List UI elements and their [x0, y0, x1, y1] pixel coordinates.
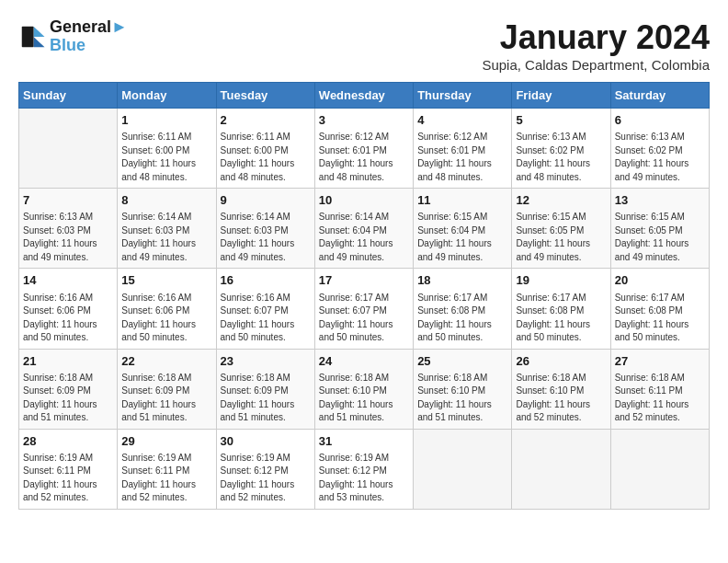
day-number: 18	[417, 272, 507, 289]
title-area: January 2024 Supia, Caldas Department, C…	[482, 18, 710, 73]
calendar-cell: 21Sunrise: 6:18 AM Sunset: 6:09 PM Dayli…	[19, 349, 118, 429]
calendar-week-4: 21Sunrise: 6:18 AM Sunset: 6:09 PM Dayli…	[19, 349, 710, 429]
calendar-week-5: 28Sunrise: 6:19 AM Sunset: 6:11 PM Dayli…	[19, 429, 710, 509]
day-info: Sunrise: 6:18 AM Sunset: 6:09 PM Dayligh…	[221, 372, 311, 425]
day-number: 8	[121, 192, 211, 209]
day-info: Sunrise: 6:12 AM Sunset: 6:01 PM Dayligh…	[417, 131, 507, 184]
calendar-cell	[19, 109, 118, 189]
header: General► Blue January 2024 Supia, Caldas…	[18, 18, 710, 73]
calendar-cell: 23Sunrise: 6:18 AM Sunset: 6:09 PM Dayli…	[216, 349, 314, 429]
day-number: 9	[221, 192, 311, 209]
calendar-cell: 28Sunrise: 6:19 AM Sunset: 6:11 PM Dayli…	[19, 429, 118, 509]
calendar-cell: 19Sunrise: 6:17 AM Sunset: 6:08 PM Dayli…	[512, 269, 610, 349]
calendar-week-2: 7Sunrise: 6:13 AM Sunset: 6:03 PM Daylig…	[19, 189, 710, 269]
day-number: 28	[23, 433, 113, 450]
day-info: Sunrise: 6:16 AM Sunset: 6:07 PM Dayligh…	[221, 292, 311, 345]
day-number: 11	[417, 192, 507, 209]
day-info: Sunrise: 6:18 AM Sunset: 6:11 PM Dayligh…	[615, 372, 705, 425]
day-info: Sunrise: 6:14 AM Sunset: 6:03 PM Dayligh…	[221, 211, 311, 264]
calendar-cell: 8Sunrise: 6:14 AM Sunset: 6:03 PM Daylig…	[118, 189, 216, 269]
calendar-cell: 10Sunrise: 6:14 AM Sunset: 6:04 PM Dayli…	[314, 189, 413, 269]
day-number: 19	[516, 272, 606, 289]
day-info: Sunrise: 6:18 AM Sunset: 6:09 PM Dayligh…	[23, 372, 113, 425]
day-number: 7	[23, 192, 113, 209]
day-number: 30	[221, 433, 311, 450]
day-header-wednesday: Wednesday	[314, 83, 413, 109]
calendar-cell: 2Sunrise: 6:11 AM Sunset: 6:00 PM Daylig…	[216, 109, 314, 189]
day-info: Sunrise: 6:16 AM Sunset: 6:06 PM Dayligh…	[121, 292, 211, 345]
day-info: Sunrise: 6:18 AM Sunset: 6:10 PM Dayligh…	[516, 372, 606, 425]
day-info: Sunrise: 6:17 AM Sunset: 6:08 PM Dayligh…	[615, 292, 705, 345]
logo-icon	[18, 23, 46, 51]
day-info: Sunrise: 6:19 AM Sunset: 6:12 PM Dayligh…	[319, 452, 409, 505]
day-number: 5	[516, 112, 606, 129]
calendar-header-row: SundayMondayTuesdayWednesdayThursdayFrid…	[19, 83, 710, 109]
day-number: 17	[319, 272, 409, 289]
day-number: 27	[615, 353, 705, 370]
calendar-table: SundayMondayTuesdayWednesdayThursdayFrid…	[18, 82, 710, 510]
calendar-cell: 7Sunrise: 6:13 AM Sunset: 6:03 PM Daylig…	[19, 189, 118, 269]
day-info: Sunrise: 6:18 AM Sunset: 6:10 PM Dayligh…	[319, 372, 409, 425]
calendar-cell: 18Sunrise: 6:17 AM Sunset: 6:08 PM Dayli…	[414, 269, 512, 349]
day-header-saturday: Saturday	[610, 83, 709, 109]
day-info: Sunrise: 6:12 AM Sunset: 6:01 PM Dayligh…	[319, 131, 409, 184]
day-header-tuesday: Tuesday	[216, 83, 314, 109]
day-number: 20	[615, 272, 705, 289]
calendar-week-1: 1Sunrise: 6:11 AM Sunset: 6:00 PM Daylig…	[19, 109, 710, 189]
calendar-cell: 22Sunrise: 6:18 AM Sunset: 6:09 PM Dayli…	[118, 349, 216, 429]
calendar-cell: 3Sunrise: 6:12 AM Sunset: 6:01 PM Daylig…	[314, 109, 413, 189]
day-number: 16	[221, 272, 311, 289]
calendar-body: 1Sunrise: 6:11 AM Sunset: 6:00 PM Daylig…	[19, 109, 710, 510]
calendar-cell: 30Sunrise: 6:19 AM Sunset: 6:12 PM Dayli…	[216, 429, 314, 509]
subtitle: Supia, Caldas Department, Colombia	[482, 57, 710, 73]
day-number: 21	[23, 353, 113, 370]
day-number: 12	[516, 192, 606, 209]
calendar-cell	[610, 429, 709, 509]
day-header-friday: Friday	[512, 83, 610, 109]
day-info: Sunrise: 6:11 AM Sunset: 6:00 PM Dayligh…	[121, 131, 211, 184]
day-info: Sunrise: 6:18 AM Sunset: 6:09 PM Dayligh…	[121, 372, 211, 425]
calendar-cell: 20Sunrise: 6:17 AM Sunset: 6:08 PM Dayli…	[610, 269, 709, 349]
svg-marker-1	[34, 37, 45, 47]
day-info: Sunrise: 6:13 AM Sunset: 6:03 PM Dayligh…	[23, 211, 113, 264]
calendar-cell: 16Sunrise: 6:16 AM Sunset: 6:07 PM Dayli…	[216, 269, 314, 349]
calendar-cell: 14Sunrise: 6:16 AM Sunset: 6:06 PM Dayli…	[19, 269, 118, 349]
day-number: 26	[516, 353, 606, 370]
calendar-cell: 15Sunrise: 6:16 AM Sunset: 6:06 PM Dayli…	[118, 269, 216, 349]
day-info: Sunrise: 6:17 AM Sunset: 6:08 PM Dayligh…	[516, 292, 606, 345]
day-info: Sunrise: 6:13 AM Sunset: 6:02 PM Dayligh…	[615, 131, 705, 184]
calendar-cell: 26Sunrise: 6:18 AM Sunset: 6:10 PM Dayli…	[512, 349, 610, 429]
day-info: Sunrise: 6:15 AM Sunset: 6:05 PM Dayligh…	[516, 211, 606, 264]
day-info: Sunrise: 6:15 AM Sunset: 6:04 PM Dayligh…	[417, 211, 507, 264]
calendar-cell: 11Sunrise: 6:15 AM Sunset: 6:04 PM Dayli…	[414, 189, 512, 269]
day-info: Sunrise: 6:18 AM Sunset: 6:10 PM Dayligh…	[417, 372, 507, 425]
calendar-cell	[414, 429, 512, 509]
day-number: 25	[417, 353, 507, 370]
day-info: Sunrise: 6:15 AM Sunset: 6:05 PM Dayligh…	[615, 211, 705, 264]
day-info: Sunrise: 6:17 AM Sunset: 6:07 PM Dayligh…	[319, 292, 409, 345]
calendar-cell: 4Sunrise: 6:12 AM Sunset: 6:01 PM Daylig…	[414, 109, 512, 189]
day-number: 14	[23, 272, 113, 289]
svg-marker-0	[34, 27, 45, 37]
day-number: 29	[121, 433, 211, 450]
calendar-cell: 13Sunrise: 6:15 AM Sunset: 6:05 PM Dayli…	[610, 189, 709, 269]
day-info: Sunrise: 6:14 AM Sunset: 6:04 PM Dayligh…	[319, 211, 409, 264]
day-info: Sunrise: 6:17 AM Sunset: 6:08 PM Dayligh…	[417, 292, 507, 345]
day-number: 24	[319, 353, 409, 370]
day-info: Sunrise: 6:11 AM Sunset: 6:00 PM Dayligh…	[221, 131, 311, 184]
day-header-thursday: Thursday	[414, 83, 512, 109]
day-number: 31	[319, 433, 409, 450]
day-info: Sunrise: 6:13 AM Sunset: 6:02 PM Dayligh…	[516, 131, 606, 184]
day-info: Sunrise: 6:19 AM Sunset: 6:11 PM Dayligh…	[121, 452, 211, 505]
day-number: 1	[121, 112, 211, 129]
calendar-cell: 9Sunrise: 6:14 AM Sunset: 6:03 PM Daylig…	[216, 189, 314, 269]
logo-text: General► Blue	[50, 18, 128, 55]
calendar-cell: 6Sunrise: 6:13 AM Sunset: 6:02 PM Daylig…	[610, 109, 709, 189]
logo: General► Blue	[18, 18, 128, 55]
day-number: 2	[221, 112, 311, 129]
day-number: 15	[121, 272, 211, 289]
day-number: 3	[319, 112, 409, 129]
svg-rect-2	[22, 27, 34, 48]
day-info: Sunrise: 6:16 AM Sunset: 6:06 PM Dayligh…	[23, 292, 113, 345]
calendar-cell: 27Sunrise: 6:18 AM Sunset: 6:11 PM Dayli…	[610, 349, 709, 429]
